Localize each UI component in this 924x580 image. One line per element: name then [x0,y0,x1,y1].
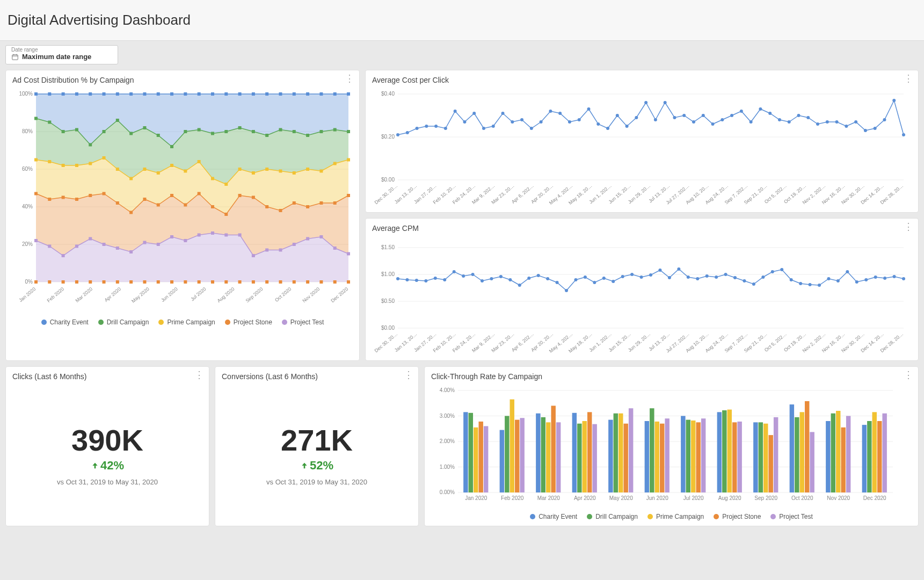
svg-rect-98 [211,205,214,208]
svg-point-183 [472,112,476,115]
svg-text:Aug 2020: Aug 2020 [216,286,236,303]
legend-item[interactable]: Project Stone [225,318,272,326]
legend-item[interactable]: Project Stone [714,513,761,520]
svg-rect-16 [75,92,78,96]
svg-rect-401 [732,422,737,492]
svg-point-303 [761,276,765,279]
svg-text:Mar 2020: Mar 2020 [75,286,94,303]
date-range-picker[interactable]: Date range Maximum date range [5,45,118,64]
svg-rect-381 [614,414,618,492]
legend-item[interactable]: Prime Campaign [158,318,215,326]
cpc-chart: $0.00$0.20$0.40Dec 30, 20…Jan 13, 20…Jan… [372,89,909,207]
legend-item[interactable]: Project Test [282,318,324,326]
svg-point-310 [827,277,830,280]
kebab-icon[interactable]: ⋮ [194,372,203,378]
svg-point-185 [492,125,495,128]
kebab-icon[interactable]: ⋮ [904,372,913,378]
svg-text:$0.00: $0.00 [381,325,395,331]
svg-rect-382 [619,414,623,492]
svg-point-218 [806,116,810,119]
svg-rect-156 [347,280,350,284]
svg-rect-388 [655,422,659,492]
svg-point-297 [705,274,709,278]
svg-point-291 [649,273,652,277]
legend-item[interactable]: Drill Campaign [587,513,638,520]
svg-text:Mar 2020: Mar 2020 [537,495,561,501]
svg-point-267 [424,279,427,282]
kebab-icon[interactable]: ⋮ [904,76,913,81]
card-cpm: ⋮ Average CPM $0.00$0.50$1.00$1.50Dec 30… [365,218,919,361]
legend-item[interactable]: Drill Campaign [98,318,149,326]
svg-rect-411 [795,417,799,492]
svg-rect-356 [463,412,468,492]
svg-text:Feb 2020: Feb 2020 [46,286,66,303]
svg-point-208 [711,122,715,126]
legend-item[interactable]: Charity Event [530,513,577,520]
svg-rect-363 [505,416,509,493]
svg-rect-149 [252,280,255,284]
svg-rect-140 [129,280,133,284]
svg-point-314 [864,278,868,281]
svg-text:Sep 2020: Sep 2020 [754,495,777,501]
svg-point-274 [490,277,493,280]
svg-point-213 [759,107,762,111]
svg-rect-129 [306,237,309,241]
svg-point-221 [835,120,839,124]
svg-rect-27 [224,92,228,96]
svg-rect-96 [184,204,187,207]
svg-point-311 [836,279,840,282]
svg-rect-121 [198,234,201,237]
kebab-icon[interactable]: ⋮ [404,372,413,378]
svg-text:0%: 0% [25,279,33,285]
kebab-icon[interactable]: ⋮ [345,76,354,81]
kebab-icon[interactable]: ⋮ [904,224,913,229]
svg-rect-58 [319,130,323,133]
svg-point-272 [471,273,475,276]
svg-rect-148 [238,280,242,284]
svg-rect-90 [103,192,106,195]
svg-rect-54 [265,134,268,137]
svg-rect-369 [541,417,545,492]
svg-rect-0 [12,54,18,59]
svg-point-308 [809,283,812,286]
svg-rect-418 [836,411,840,492]
svg-rect-77 [252,171,255,175]
svg-text:Nov 2020: Nov 2020 [827,495,850,501]
svg-rect-426 [882,414,886,492]
svg-point-315 [874,276,877,279]
legend-item[interactable]: Charity Event [41,318,89,326]
svg-rect-390 [665,418,669,492]
svg-point-217 [797,114,800,117]
legend-item[interactable]: Project Test [770,513,812,520]
svg-rect-44 [129,132,133,135]
svg-point-199 [625,125,629,128]
svg-rect-87 [62,196,65,199]
svg-text:Dec 2020: Dec 2020 [330,286,349,303]
svg-rect-111 [62,254,65,257]
svg-text:Sep 2020: Sep 2020 [245,286,264,303]
date-range-value: Maximum date range [22,53,91,61]
svg-text:$0.00: $0.00 [381,177,395,183]
svg-text:Jan 2020: Jan 2020 [465,495,488,501]
svg-rect-99 [224,213,228,216]
svg-rect-45 [143,126,146,129]
svg-rect-19 [116,92,119,96]
svg-rect-408 [774,417,778,492]
svg-text:Nov 2020: Nov 2020 [301,286,321,303]
svg-rect-378 [592,424,596,492]
legend-item[interactable]: Prime Campaign [647,513,704,520]
svg-point-182 [463,120,466,124]
svg-point-275 [499,275,503,278]
svg-rect-360 [484,426,488,493]
svg-point-228 [902,133,905,136]
svg-text:Oct 2020: Oct 2020 [791,495,813,501]
svg-rect-82 [319,170,323,173]
svg-rect-75 [224,183,228,186]
svg-rect-47 [170,145,173,148]
clicks-value: 390K [12,423,202,458]
svg-rect-106 [319,201,323,205]
svg-rect-105 [306,205,309,208]
svg-rect-61 [34,158,38,162]
svg-rect-101 [252,196,255,199]
svg-rect-152 [293,280,296,284]
